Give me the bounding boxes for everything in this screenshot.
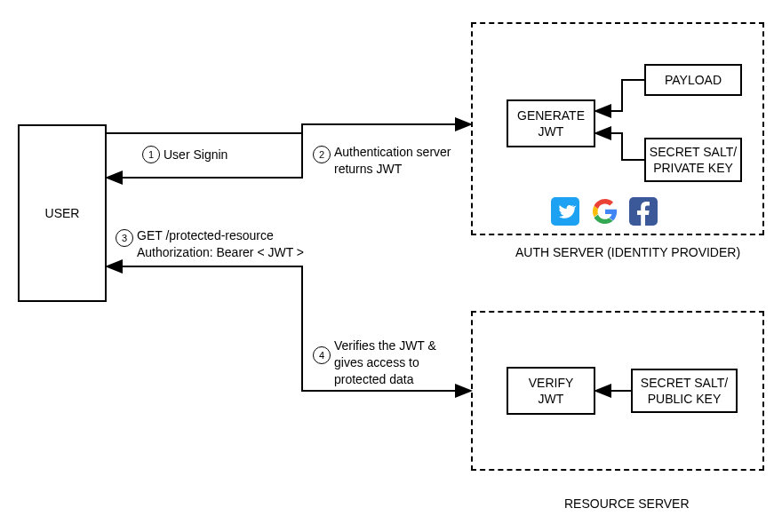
- step-3-label: GET /protected-resource Authorization: B…: [137, 227, 332, 261]
- secret-public-label: SECRET SALT/ PUBLIC KEY: [641, 375, 728, 407]
- step-1-label: User Signin: [164, 147, 227, 163]
- step-1-marker: 1: [142, 146, 160, 163]
- resource-server-caption: RESOURCE SERVER: [564, 496, 690, 512]
- step-4-label: Verifies the JWT & gives access to prote…: [334, 337, 467, 388]
- google-icon: [591, 197, 619, 226]
- step-3-number: 3: [122, 233, 127, 243]
- twitter-icon: [551, 197, 579, 226]
- arrow-step-1: [107, 124, 471, 133]
- user-box: USER: [18, 124, 107, 302]
- facebook-icon: [629, 197, 658, 226]
- secret-public-box: SECRET SALT/ PUBLIC KEY: [631, 369, 738, 413]
- step-1-number: 1: [148, 149, 154, 160]
- secret-private-label: SECRET SALT/ PRIVATE KEY: [650, 144, 737, 176]
- step-2-marker: 2: [313, 146, 331, 163]
- step-4-marker: 4: [313, 346, 331, 364]
- secret-private-box: SECRET SALT/ PRIVATE KEY: [644, 138, 742, 182]
- verify-jwt-label: VERIFY JWT: [529, 375, 574, 407]
- generate-jwt-label: GENERATE JWT: [517, 107, 585, 139]
- payload-label: PAYLOAD: [665, 72, 722, 88]
- payload-box: PAYLOAD: [644, 64, 742, 96]
- generate-jwt-box: GENERATE JWT: [507, 99, 595, 147]
- step-2-label: Authentication server returns JWT: [334, 144, 467, 178]
- auth-server-caption: AUTH SERVER (IDENTITY PROVIDER): [515, 244, 740, 261]
- user-box-label: USER: [45, 205, 80, 221]
- step-3-marker: 3: [116, 229, 133, 247]
- jwt-flow-diagram: USER GENERATE JWT PAYLOAD SECRET SALT/ P…: [0, 0, 782, 532]
- step-2-number: 2: [319, 149, 324, 160]
- step-4-number: 4: [319, 350, 324, 361]
- verify-jwt-box: VERIFY JWT: [507, 367, 595, 415]
